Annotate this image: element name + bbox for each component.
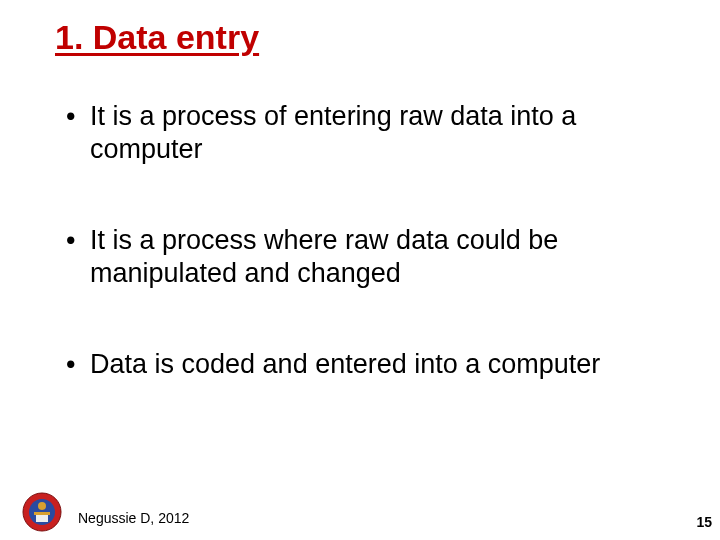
svg-point-4: [38, 502, 46, 510]
slide-body: It is a process of entering raw data int…: [60, 100, 670, 439]
footer-author: Negussie D, 2012: [78, 510, 189, 526]
page-number: 15: [696, 514, 712, 530]
bullet-text: Data is coded and entered into a compute…: [90, 349, 600, 379]
bullet-text: It is a process of entering raw data int…: [90, 101, 576, 164]
svg-rect-3: [34, 512, 50, 515]
bullet-text: It is a process where raw data could be …: [90, 225, 558, 288]
list-item: Data is coded and entered into a compute…: [60, 348, 670, 381]
bullet-list: It is a process of entering raw data int…: [60, 100, 670, 381]
slide-title: 1. Data entry: [55, 18, 259, 57]
university-seal-icon: [22, 492, 62, 532]
list-item: It is a process of entering raw data int…: [60, 100, 670, 166]
slide: 1. Data entry It is a process of enterin…: [0, 0, 720, 540]
svg-rect-2: [36, 514, 48, 522]
list-item: It is a process where raw data could be …: [60, 224, 670, 290]
